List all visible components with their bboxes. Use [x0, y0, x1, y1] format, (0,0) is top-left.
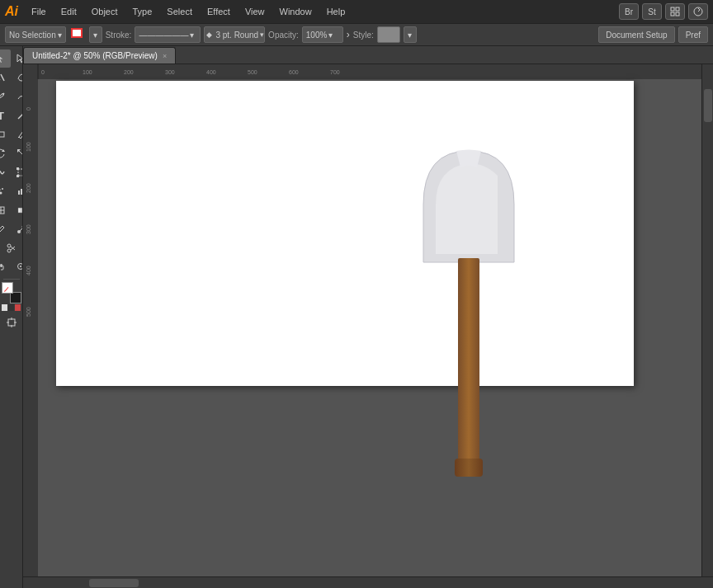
- style-dropdown[interactable]: ▾: [404, 26, 417, 43]
- rotate-scale-tools: [0, 144, 23, 162]
- stock-icon-btn[interactable]: St: [642, 3, 662, 20]
- style-swatch[interactable]: [377, 26, 400, 43]
- scissors-tool[interactable]: [2, 239, 21, 257]
- pref-button[interactable]: Pref: [678, 26, 708, 43]
- svg-marker-6: [17, 54, 23, 63]
- wand-lasso-tools: [0, 68, 23, 87]
- tab-close-btn[interactable]: ×: [163, 52, 167, 60]
- document-tab[interactable]: Untitled-2* @ 50% (RGB/Preview) ×: [23, 47, 176, 64]
- menu-help[interactable]: Help: [322, 5, 351, 18]
- scale-tool[interactable]: [12, 144, 23, 162]
- type-tools: T: [0, 106, 23, 125]
- symbol-tool[interactable]: [0, 182, 11, 200]
- menu-object[interactable]: Object: [87, 5, 123, 18]
- line-tool[interactable]: [12, 106, 23, 125]
- svg-rect-12: [0, 132, 4, 137]
- warp-tool[interactable]: [0, 163, 11, 181]
- pen-tools: [0, 87, 23, 106]
- main-layout: T: [0, 46, 713, 588]
- menu-select[interactable]: Select: [162, 5, 197, 18]
- svg-text:100: 100: [83, 69, 92, 75]
- svg-rect-42: [0, 264, 1, 267]
- svg-rect-63: [23, 79, 38, 588]
- svg-text:100: 100: [26, 142, 31, 152]
- svg-text:200: 200: [26, 183, 31, 193]
- opacity-expand-btn[interactable]: ›: [347, 29, 350, 40]
- lasso-tool[interactable]: [12, 68, 23, 87]
- zoom-tool[interactable]: [12, 258, 23, 276]
- type-tool[interactable]: T: [0, 106, 11, 125]
- column-graph-tool[interactable]: [12, 182, 23, 200]
- blend-tool[interactable]: [12, 220, 23, 238]
- mesh-gradient-tools: [0, 201, 23, 219]
- svg-rect-19: [17, 167, 19, 170]
- stroke-color-dropdown[interactable]: ▾: [89, 26, 102, 43]
- tab-label: Untitled-2* @ 50% (RGB/Preview): [32, 51, 158, 60]
- none-btn[interactable]: [8, 304, 14, 311]
- svg-rect-0: [671, 7, 674, 11]
- svg-point-23: [0, 189, 1, 191]
- canvas-area[interactable]: 0 100 200 300 400 500 600 700 0 100 200 …: [23, 64, 713, 588]
- curvature-tool[interactable]: [12, 87, 23, 106]
- rectangle-tool[interactable]: [0, 125, 11, 143]
- svg-point-39: [7, 244, 11, 247]
- opacity-dropdown[interactable]: 100% ▾: [302, 26, 343, 43]
- color-btn[interactable]: [2, 304, 7, 311]
- gradient-swatch-btn[interactable]: [15, 304, 21, 311]
- shovel-illustration: [403, 122, 535, 435]
- svg-rect-3: [676, 12, 679, 16]
- svg-point-38: [7, 249, 11, 252]
- artboard-tool[interactable]: [2, 313, 21, 332]
- scrollbar-bottom[interactable]: [23, 576, 713, 588]
- pencil-tool[interactable]: [12, 125, 23, 143]
- menu-type[interactable]: Type: [128, 5, 158, 18]
- free-transform-tool[interactable]: [12, 163, 23, 181]
- options-bar: No Selection ▾ ▾ Stroke: ——————▾ ◆ 3 pt.…: [0, 23, 713, 46]
- direct-selection-tool[interactable]: [12, 49, 23, 68]
- menu-window[interactable]: Window: [275, 5, 317, 18]
- handle-knob: [455, 459, 483, 477]
- toolbar-separator: [3, 279, 20, 280]
- document-setup-button[interactable]: Document Setup: [598, 26, 675, 43]
- svg-rect-27: [18, 191, 20, 195]
- fill-stroke-swatches: ⟋: [2, 282, 21, 303]
- eyedropper-tool[interactable]: [0, 220, 11, 238]
- svg-rect-43: [1, 264, 2, 267]
- fill-swatch[interactable]: [2, 282, 13, 294]
- hand-tool[interactable]: [0, 258, 11, 276]
- svg-point-10: [2, 93, 4, 95]
- svg-rect-70: [702, 64, 713, 576]
- svg-text:200: 200: [124, 69, 134, 75]
- bridge-icon-btn[interactable]: Br: [619, 3, 639, 20]
- svg-line-13: [18, 137, 19, 138]
- svg-rect-21: [17, 175, 19, 177]
- pen-tool[interactable]: [0, 87, 11, 106]
- svg-text:500: 500: [248, 69, 257, 75]
- menu-view[interactable]: View: [240, 5, 270, 18]
- rotate-tool[interactable]: [0, 144, 11, 162]
- toolbar: T: [0, 46, 23, 588]
- stroke-value-dropdown[interactable]: ——————▾: [135, 26, 201, 43]
- svg-text:300: 300: [26, 224, 31, 234]
- opacity-label: Opacity:: [268, 31, 299, 40]
- menu-effect[interactable]: Effect: [202, 5, 235, 18]
- scrollbar-right[interactable]: [701, 64, 713, 576]
- selection-tool[interactable]: [0, 49, 11, 68]
- stroke-swatch[interactable]: [10, 292, 21, 303]
- sync-icon-btn[interactable]: [688, 3, 708, 20]
- menu-file[interactable]: File: [26, 5, 51, 18]
- svg-rect-28: [21, 189, 22, 195]
- workspace-icon-btn[interactable]: [665, 3, 685, 20]
- mesh-tool[interactable]: [0, 201, 11, 219]
- selection-dropdown[interactable]: No Selection ▾: [5, 26, 66, 43]
- svg-point-25: [0, 192, 2, 195]
- color-mode-buttons: [2, 304, 21, 311]
- right-area: Untitled-2* @ 50% (RGB/Preview) × 0 100 …: [23, 46, 713, 588]
- menu-edit[interactable]: Edit: [56, 5, 82, 18]
- gradient-tool[interactable]: [12, 201, 23, 219]
- document-canvas: [56, 81, 634, 386]
- warp-tools: [0, 163, 23, 181]
- magic-wand-tool[interactable]: [0, 68, 11, 87]
- svg-text:0: 0: [26, 107, 31, 111]
- svg-rect-73: [89, 579, 139, 587]
